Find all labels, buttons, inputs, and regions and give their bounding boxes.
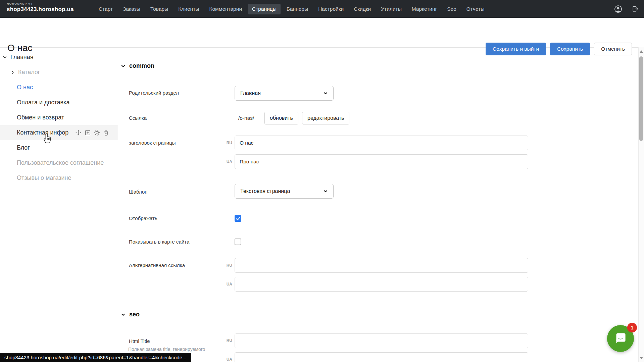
- save-and-exit-button[interactable]: Сохранить и выйти: [486, 43, 546, 55]
- html-title-hint: Полная замена title, генерируемого: [128, 347, 205, 352]
- link-refresh-button[interactable]: обновить: [264, 112, 298, 124]
- sidebar-item-oplata[interactable]: Оплата и доставка: [0, 95, 118, 110]
- nav-discounts[interactable]: Скидки: [350, 4, 375, 14]
- alt-link-ua-input[interactable]: [235, 277, 528, 292]
- pages-tree-sidebar: Главная Каталог О нас Оплата и доставка …: [0, 47, 118, 362]
- chevron-down-icon[interactable]: [3, 55, 7, 59]
- alt-link-label: Альтернативная ссылка: [129, 262, 185, 268]
- sidebar-item-blog[interactable]: Блог: [0, 140, 118, 155]
- nav-settings[interactable]: Настройки: [314, 4, 348, 14]
- html-title-ru-input[interactable]: [235, 333, 528, 348]
- link-edit-button[interactable]: редактировать: [302, 112, 349, 124]
- sitemap-label: Показывать в карте сайта: [129, 239, 189, 245]
- link-status-tooltip: shop34423.horoshop.ua/edit/edit.php?id=6…: [0, 353, 191, 362]
- topbar: HOROSHOP V4 shop34423.horoshop.ua Старт …: [0, 0, 644, 18]
- display-label: Отображать: [129, 215, 157, 221]
- page-header: О нас Сохранить и выйти Сохранить Отмени…: [0, 18, 644, 48]
- template-label: Шаблон: [129, 189, 148, 195]
- link-path-value: /o-nas/: [238, 115, 254, 121]
- top-navigation: Старт Заказы Товары Клиенты Комментарии …: [95, 0, 488, 18]
- logo-version: HOROSHOP V4: [7, 2, 74, 5]
- sidebar-item-katalog[interactable]: Каталог: [0, 65, 118, 80]
- header-actions: Сохранить и выйти Сохранить Отменить: [486, 43, 632, 55]
- nav-banners[interactable]: Баннеры: [283, 4, 312, 14]
- chevron-down-icon: [323, 91, 328, 96]
- add-icon[interactable]: [85, 130, 91, 136]
- html-title-ua-input[interactable]: [235, 352, 528, 362]
- chevron-down-icon: [323, 189, 328, 194]
- trash-icon[interactable]: [103, 130, 109, 136]
- account-icon[interactable]: [614, 5, 622, 13]
- sidebar-item-otzyvy[interactable]: Отзывы о магазине: [0, 170, 118, 186]
- gear-icon[interactable]: [94, 130, 100, 136]
- nav-comments[interactable]: Комментарии: [205, 4, 246, 14]
- topbar-icons: [614, 0, 639, 18]
- lang-badge-ru: RU: [223, 141, 232, 145]
- nav-pages[interactable]: Страницы: [248, 4, 281, 14]
- lang-badge-ru: RU: [223, 338, 232, 343]
- sidebar-item-soglashenie[interactable]: Пользовательское соглашение: [0, 155, 118, 170]
- display-checkbox[interactable]: [235, 215, 241, 222]
- chevron-right-icon[interactable]: [11, 70, 15, 74]
- page-title: О нас: [7, 43, 33, 53]
- page-title-ua-input[interactable]: [235, 154, 528, 169]
- link-label: Ссылка: [129, 115, 147, 121]
- alt-link-ru-input[interactable]: [235, 258, 528, 273]
- chat-unread-badge: 1: [627, 323, 637, 332]
- logo[interactable]: HOROSHOP V4 shop34423.horoshop.ua: [7, 2, 74, 12]
- sidebar-item-label: Оплата и доставка: [17, 99, 69, 106]
- logout-icon[interactable]: [632, 5, 639, 12]
- section-seo[interactable]: seo: [121, 311, 140, 318]
- nav-utilities[interactable]: Утилиты: [377, 4, 406, 14]
- template-select[interactable]: Текстовая страница: [235, 184, 334, 199]
- cancel-button[interactable]: Отменить: [594, 43, 632, 55]
- sitemap-checkbox[interactable]: [235, 239, 241, 245]
- scroll-up-arrow-icon[interactable]: [640, 50, 643, 53]
- horoshop-admin-screen: { "topbar": { "logo_small": "HOROSHOP V4…: [0, 0, 644, 362]
- nav-orders[interactable]: Заказы: [119, 4, 144, 14]
- sidebar-item-o-nas[interactable]: О нас: [0, 80, 118, 95]
- nav-reports[interactable]: Отчеты: [462, 4, 489, 14]
- save-button[interactable]: Сохранить: [550, 43, 590, 55]
- logo-domain: shop34423.horoshop.ua: [7, 6, 74, 12]
- page-title-label: заголовок страницы: [129, 140, 176, 146]
- sidebar-item-label: Контактная инфор: [17, 129, 68, 136]
- sidebar-item-label: Обмен и возврат: [17, 114, 64, 121]
- lang-badge-ua: UA: [223, 357, 232, 362]
- parent-section-label: Родительский раздел: [129, 90, 179, 96]
- scrollbar[interactable]: [638, 47, 644, 362]
- html-title-label: Html Title: [129, 338, 150, 344]
- nav-seo[interactable]: Seo: [443, 4, 460, 14]
- sidebar-item-actions: [75, 130, 109, 136]
- sidebar-item-label: Блог: [17, 144, 30, 151]
- page-title-ru-input[interactable]: [235, 136, 528, 150]
- nav-clients[interactable]: Клиенты: [174, 4, 203, 14]
- chevron-down-icon: [121, 64, 126, 68]
- sidebar-item-kontaktnaya[interactable]: Контактная инфор: [0, 125, 118, 140]
- chat-bubble-icon: [613, 331, 628, 346]
- nav-start[interactable]: Старт: [95, 4, 117, 14]
- chevron-down-icon: [121, 312, 126, 317]
- lang-badge-ua: UA: [223, 159, 232, 164]
- sidebar-item-obmen[interactable]: Обмен и возврат: [0, 110, 118, 125]
- section-common[interactable]: common: [121, 62, 154, 69]
- sidebar-item-label: Пользовательское соглашение: [17, 159, 104, 166]
- lang-badge-ua: UA: [223, 282, 232, 287]
- lang-badge-ru: RU: [223, 263, 232, 268]
- sidebar-item-label: Главная: [10, 54, 34, 61]
- sidebar-item-label: О нас: [17, 84, 33, 91]
- parent-section-select[interactable]: Главная: [235, 86, 334, 101]
- scroll-down-arrow-icon[interactable]: [640, 357, 643, 359]
- nav-products[interactable]: Товары: [146, 4, 172, 14]
- move-icon[interactable]: [75, 130, 82, 136]
- sidebar-item-label: Отзывы о магазине: [17, 174, 71, 182]
- sidebar-item-label: Каталог: [18, 69, 40, 76]
- nav-marketing[interactable]: Маркетинг: [408, 4, 441, 14]
- scrollbar-thumb[interactable]: [639, 56, 643, 141]
